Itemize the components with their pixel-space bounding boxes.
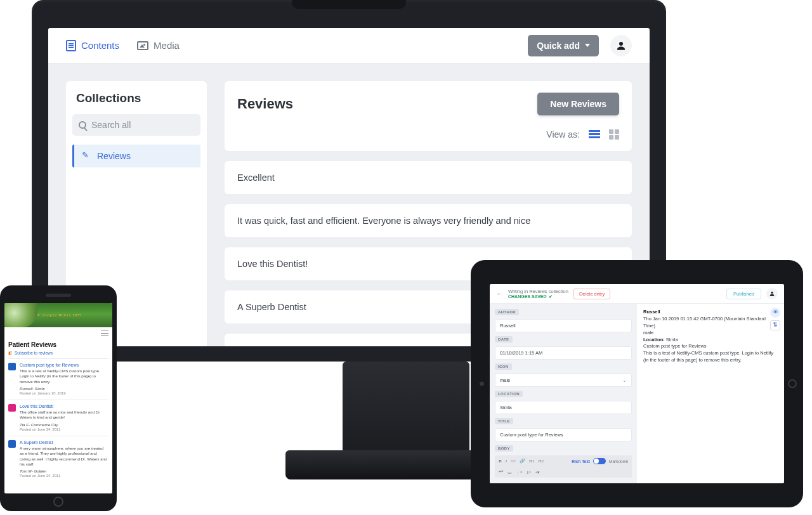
preview-toggle-icon[interactable]: 👁: [770, 308, 780, 318]
label-date: DATE: [495, 336, 513, 342]
editor-mode-toggle: Rich Text Markdown: [572, 458, 628, 464]
phone-content: Patient Reviews ◧Subscribe to reviews Cu…: [4, 339, 112, 482]
link-icon[interactable]: 🔗: [520, 459, 525, 464]
bold-icon[interactable]: B: [499, 459, 502, 464]
search-icon: [79, 121, 86, 129]
delete-entry-button[interactable]: Delete entry: [573, 289, 610, 299]
add-component-icon[interactable]: +▾: [535, 470, 540, 475]
bullet-list-icon[interactable]: ⋮≡: [516, 470, 523, 475]
review-item: Custom post type for Reviews This is a t…: [8, 358, 108, 397]
review-item: Love this Dentist! The office staff are …: [8, 400, 108, 433]
phone-speaker: [46, 294, 71, 297]
quick-add-button[interactable]: Quick add: [528, 35, 599, 56]
resize-handle-icon[interactable]: ⇅: [770, 320, 780, 330]
preview-location-label: Location:: [643, 337, 665, 342]
preview-timestamp: Thu Jan 10 2019 01:15:42 GMT-0700 (Mount…: [643, 316, 766, 329]
avatar-icon: [8, 404, 16, 412]
review-item: A Superb Dentist A very warm atmosphere,…: [8, 436, 108, 479]
mode-switch[interactable]: [593, 458, 606, 464]
avatar-icon: [8, 440, 16, 448]
list-item[interactable]: Excellent: [225, 161, 632, 194]
avatar-icon: [8, 363, 16, 370]
preview-body: This is a test of Netlify-CMS custom pos…: [643, 350, 773, 363]
chevron-down-icon: [585, 44, 590, 47]
check-icon: ✔: [549, 294, 553, 299]
preview-location-value: Simla: [666, 337, 678, 342]
icon-select[interactable]: male ⌄: [495, 374, 632, 387]
editor-form: AUTHOR DATE ICON male ⌄ LOCATION TITLE B…: [490, 304, 637, 483]
sidebar-item-label: Reviews: [97, 151, 131, 161]
review-author: Tom M- Golden: [20, 469, 108, 473]
label-author: AUTHOR: [495, 309, 519, 315]
h2-icon[interactable]: H2: [538, 459, 544, 464]
preview-heading: Russell: [643, 309, 660, 315]
app-header: Contents Media Quick add: [48, 28, 650, 63]
view-as-row: View as:: [237, 129, 619, 140]
tablet-home-button: [788, 379, 797, 388]
sidebar-item-reviews[interactable]: Reviews: [72, 145, 200, 167]
date-field[interactable]: [495, 346, 632, 360]
review-title[interactable]: Custom post type for Reviews: [20, 363, 108, 367]
published-button[interactable]: Published: [726, 289, 761, 299]
subscribe-row[interactable]: ◧Subscribe to reviews: [8, 351, 108, 356]
review-body: A very warm atmosphere, where you are tr…: [20, 446, 108, 467]
label-icon: ICON: [495, 363, 512, 370]
location-field[interactable]: [495, 401, 632, 414]
tablet-frame: ← Writing in Reviews collection CHANGES …: [471, 260, 803, 507]
rss-icon: ◧: [8, 351, 13, 355]
review-title[interactable]: Love this Dentist!: [20, 404, 108, 408]
label-body: BODY: [495, 445, 513, 452]
phone-home-button: [53, 497, 63, 507]
review-date: Posted on January 10, 2019: [20, 391, 108, 395]
nav-media-label: Media: [154, 40, 180, 51]
code-icon[interactable]: <>: [511, 459, 516, 464]
svg-point-1: [771, 292, 773, 294]
view-grid-icon[interactable]: [609, 129, 619, 140]
label-title: TITLE: [495, 418, 513, 424]
quick-add-label: Quick add: [537, 41, 580, 51]
label-location: LOCATION: [495, 391, 523, 397]
mobile-menu-row: [4, 327, 112, 339]
icon-select-value: male: [500, 377, 510, 383]
tablet-screen: ← Writing in Reviews collection CHANGES …: [490, 284, 784, 483]
h1-icon[interactable]: H1: [529, 459, 535, 464]
breadcrumb: Writing in Reviews collection: [508, 289, 568, 294]
preview-pane: 👁 ⇅ Russell Thu Jan 10 2019 01:15:42 GMT…: [637, 304, 784, 483]
pen-icon: [82, 152, 91, 160]
chevron-down-icon: ⌄: [622, 377, 627, 383]
person-icon: [769, 290, 775, 297]
svg-point-0: [619, 42, 623, 46]
main-header-card: Reviews New Reviews View as:: [225, 81, 632, 151]
quote-icon[interactable]: ❝❞: [499, 470, 504, 475]
back-button[interactable]: ←: [496, 290, 503, 297]
sidebar-title: Collections: [72, 91, 200, 114]
search-input[interactable]: Search all: [72, 114, 200, 136]
tablet-camera: [480, 382, 484, 386]
hamburger-icon[interactable]: [101, 330, 108, 336]
review-body: The office staff are so nice and friendl…: [20, 410, 108, 420]
new-reviews-button[interactable]: New Reviews: [537, 93, 619, 115]
author-field[interactable]: [495, 319, 632, 332]
editor-header: ← Writing in Reviews collection CHANGES …: [490, 284, 784, 304]
title-field[interactable]: [495, 428, 632, 441]
user-avatar[interactable]: [610, 35, 632, 56]
richtext-label: Rich Text: [572, 459, 590, 464]
view-list-icon[interactable]: [589, 130, 600, 140]
search-placeholder: Search all: [91, 120, 131, 130]
number-list-icon[interactable]: 1≡: [527, 470, 531, 475]
monitor-stand-neck: [343, 362, 469, 463]
view-as-label: View as:: [546, 129, 580, 140]
user-avatar[interactable]: [766, 288, 778, 299]
phone-screen: Dr. Gregory Waters, DDS Patient Reviews …: [4, 303, 112, 493]
list-item[interactable]: It was quick, fast and efficient. Everyo…: [225, 204, 632, 237]
italic-icon[interactable]: I: [506, 459, 507, 464]
review-body: This is a test of Netlify-CMS custom pos…: [20, 368, 108, 384]
preview-icon-line: male: [643, 330, 653, 336]
review-title[interactable]: A Superb Dentist: [20, 440, 108, 445]
nav-contents[interactable]: Contents: [66, 40, 119, 51]
phone-frame: Dr. Gregory Waters, DDS Patient Reviews …: [0, 285, 117, 511]
collection-title: Reviews: [237, 96, 293, 112]
codeblock-icon[interactable]: ▭: [508, 470, 512, 475]
review-author: Tia F- Commerce City: [20, 422, 108, 427]
nav-media[interactable]: Media: [137, 40, 180, 51]
